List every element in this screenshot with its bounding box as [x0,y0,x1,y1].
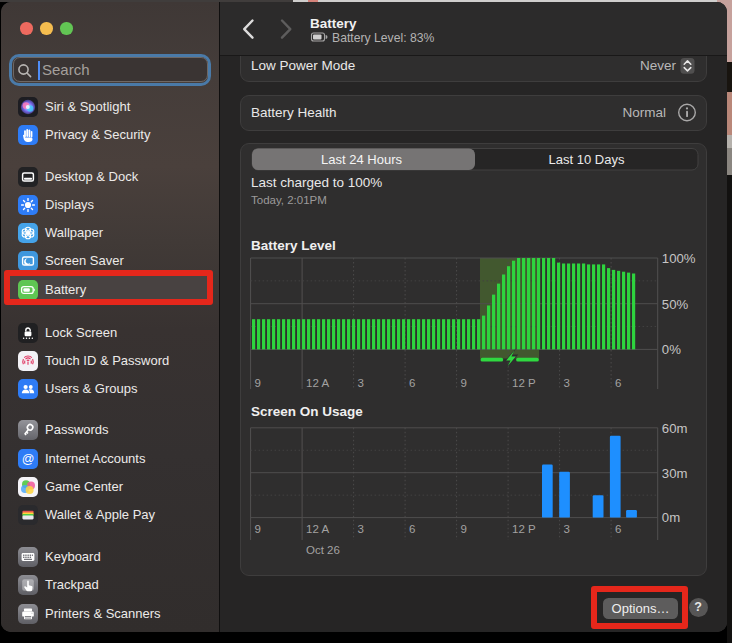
svg-text:9: 9 [461,523,467,535]
svg-text:9: 9 [255,377,261,389]
svg-text:100%: 100% [662,251,696,266]
svg-text:Battery Health: Battery Health [251,105,337,120]
svg-text:6: 6 [615,523,621,535]
svg-text:3: 3 [358,377,364,389]
svg-text:6: 6 [615,377,621,389]
svg-text:Never: Never [640,58,677,73]
svg-text:Oct 26: Oct 26 [306,544,340,556]
svg-text:Last charged to 100%: Last charged to 100% [251,175,382,190]
svg-text:Last 24 Hours: Last 24 Hours [321,152,402,167]
svg-text:30m: 30m [662,466,688,481]
svg-text:6: 6 [409,377,415,389]
svg-text:Normal: Normal [622,105,666,120]
svg-text:3: 3 [358,523,364,535]
svg-text:Low Power Mode: Low Power Mode [251,58,355,73]
svg-text:Battery Level: Battery Level [251,238,336,253]
svg-text:Last 10 Days: Last 10 Days [549,152,625,167]
svg-text:6: 6 [409,523,415,535]
svg-text:3: 3 [564,377,570,389]
svg-text:12 P: 12 P [512,377,536,389]
svg-text:60m: 60m [662,421,688,436]
svg-text:3: 3 [564,523,570,535]
svg-text:0%: 0% [662,342,681,357]
svg-text:9: 9 [461,377,467,389]
svg-text:50%: 50% [662,297,689,312]
svg-text:12 A: 12 A [306,523,329,535]
svg-text:0m: 0m [662,510,680,525]
svg-text:12 A: 12 A [306,377,329,389]
svg-text:Today, 2:01PM: Today, 2:01PM [251,194,327,206]
svg-text:Screen On Usage: Screen On Usage [251,404,363,419]
svg-text:12 P: 12 P [512,523,536,535]
svg-text:9: 9 [255,523,261,535]
